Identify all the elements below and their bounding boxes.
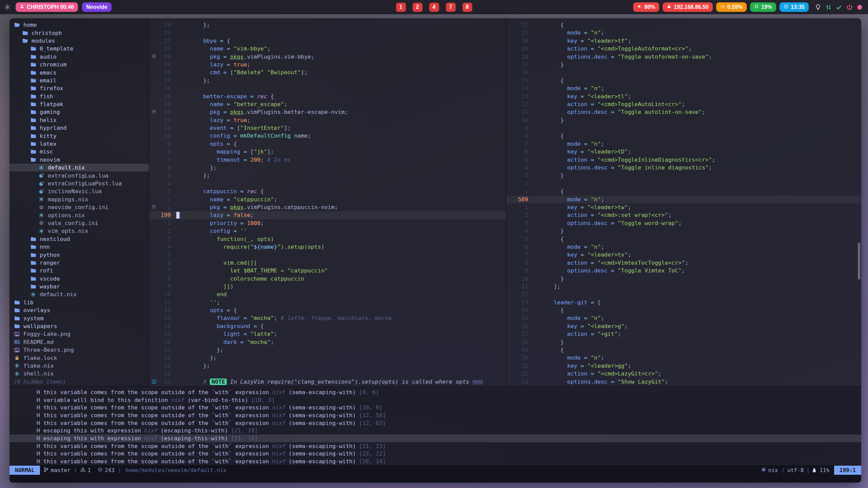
tree-item[interactable]: flatpak — [9, 100, 149, 108]
code-line[interactable]: 21 # NOTE In LazyVim require("clang_exte… — [149, 378, 506, 386]
tree-item[interactable]: nextcloud — [9, 235, 149, 243]
user-session-badge[interactable]: CHRISTOPH 00:46 — [16, 2, 78, 12]
quickfix-item[interactable]: Hescaping this with expressionnixf(escap… — [9, 427, 861, 434]
code-line[interactable]: 9 options.desc = "Toggle Vimtex ToC"; — [506, 267, 861, 274]
code-line[interactable]: 15 light = "latte"; — [149, 330, 506, 338]
code-line[interactable]: 1 priority = 1000; — [149, 219, 506, 227]
tree-item[interactable]: chromium — [9, 61, 149, 68]
code-line[interactable]: 11 options.desc = "Toggle autolint-on-sa… — [506, 108, 861, 116]
code-line[interactable]: 2 config = '' — [149, 227, 506, 235]
code-line[interactable]: 6 }; — [149, 164, 506, 171]
clock-badge[interactable]: 13:35 — [780, 2, 809, 12]
code-line[interactable]: 19 lazy = true; — [149, 61, 506, 68]
code-line[interactable]: 12 — [506, 290, 861, 298]
code-line[interactable]: 12 opts = { — [149, 306, 506, 314]
tree-item[interactable]: home — [9, 21, 149, 29]
app-badge-neovide[interactable]: Neovide — [82, 2, 111, 12]
code-line[interactable]: 3 } — [506, 171, 861, 179]
tree-item[interactable]: gaming — [9, 108, 149, 116]
code-line[interactable]: 6 mode = "n"; — [506, 243, 861, 251]
code-line[interactable]: 4 require("${name}").setup(opts) — [149, 243, 506, 251]
code-line[interactable]: 22 action = "<cmd>LazyGit<cr>"; — [506, 370, 861, 378]
code-line[interactable]: 1 { — [506, 187, 861, 195]
tree-item[interactable]: lib — [9, 299, 149, 306]
workspace-button[interactable]: 7 — [446, 3, 456, 12]
code-line[interactable]: 11 event = ["InsertEnter"]; — [149, 124, 506, 132]
code-line[interactable]: 3 function(_, opts) — [149, 235, 506, 243]
code-line[interactable]: H13 pkg = pkgs.vimPlugins.better-escape-… — [149, 108, 506, 116]
code-line[interactable]: 13 leader-git = [ — [506, 299, 861, 306]
tree-item[interactable]: mappings.nix — [9, 196, 149, 203]
tree-item[interactable]: hyprland — [9, 124, 149, 132]
code-line[interactable]: 9 ]]) — [149, 283, 506, 290]
tree-item[interactable]: extraConfigLuaPost.lua — [9, 180, 149, 187]
code-line[interactable]: 17 }; — [149, 346, 506, 354]
code-line[interactable]: 8 action = "<cmd>VimtexTocToggle<cr>"; — [506, 259, 861, 267]
code-line[interactable]: 7 timeout = 200; # In ms — [149, 156, 506, 164]
quickfix-item[interactable]: Hthis variable comes from the scope outs… — [9, 458, 861, 465]
code-line[interactable]: 9 — [506, 124, 861, 132]
lightbulb-icon[interactable] — [815, 4, 821, 11]
code-line[interactable]: 18 }; — [149, 354, 506, 362]
workspace-button[interactable]: 4 — [429, 3, 439, 12]
code-line[interactable]: 16 — [149, 84, 506, 92]
code-line[interactable]: 21 name = "vim-bbye"; — [149, 45, 506, 53]
quickfix-item[interactable]: Hthis variable comes from the scope outs… — [9, 388, 861, 396]
code-line[interactable]: 7 let $BAT_THEME = "catppuccin" — [149, 267, 506, 274]
code-line[interactable]: 20 key = "<leader>tf"; — [506, 37, 861, 45]
tree-item[interactable]: flake.nix — [9, 362, 149, 370]
code-line[interactable]: 21 mode = "n"; — [506, 29, 861, 37]
code-line[interactable]: 14 mode = "n"; — [506, 84, 861, 92]
tree-item[interactable]: shell.nix — [9, 370, 149, 378]
code-line[interactable]: 13 flavour = "mocha"; # latte, frappe, m… — [149, 314, 506, 322]
tree-item[interactable]: fish — [9, 93, 149, 100]
workspace-button[interactable]: 1 — [396, 3, 406, 12]
tree-item[interactable]: 0_template — [9, 45, 149, 53]
code-line[interactable]: 15 { — [506, 77, 861, 84]
code-line[interactable]: 14 name = "better_escape"; — [149, 100, 506, 108]
quickfix-item[interactable]: Hthis variable comes from the scope outs… — [9, 411, 861, 419]
code-line[interactable]: 23 — [149, 29, 506, 37]
code-line[interactable]: H20 pkg = pkgs.vimPlugins.vim-bbye; — [149, 53, 506, 61]
git-branch[interactable]: master — [40, 467, 74, 474]
tree-item[interactable]: Three-Bears.png — [9, 346, 149, 354]
tree-item[interactable]: latex — [9, 140, 149, 148]
code-line[interactable]: 13 key = "<leader>tl"; — [506, 93, 861, 100]
tree-item[interactable]: vscode — [9, 275, 149, 283]
tree-item[interactable]: vale_config.ini — [9, 219, 149, 227]
code-line[interactable]: 5 — [149, 251, 506, 259]
tree-item[interactable]: kitty — [9, 132, 149, 140]
quickfix-item[interactable]: Hvariable will bind to this definitionni… — [9, 396, 861, 404]
tree-item[interactable]: waybar — [9, 283, 149, 290]
code-line[interactable]: 11 ]; — [506, 283, 861, 290]
tree-item[interactable]: audio — [9, 53, 149, 61]
tree-item[interactable]: default.nix — [9, 164, 149, 171]
code-line[interactable]: 16 key = "<leader>g"; — [506, 322, 861, 330]
code-line[interactable]: 7 mode = "n"; — [506, 140, 861, 148]
code-line[interactable]: 6 key = "<leader>tD"; — [506, 148, 861, 156]
code-line[interactable]: 3 options.desc = "Toggle word-wrap"; — [506, 219, 861, 227]
code-line[interactable]: 2 action = "<cmd>:set wrap!<cr>"; — [506, 211, 861, 219]
quickfix-item[interactable]: Hthis variable comes from the scope outs… — [9, 419, 861, 427]
code-line[interactable]: 3 catppuccin = rec { — [149, 187, 506, 195]
diagnostic-hints[interactable]: 243 — [94, 467, 118, 473]
code-line[interactable]: 5 action = "<cmd>ToggleInlineDiagnostics… — [506, 156, 861, 164]
tree-item[interactable]: README.md — [9, 338, 149, 346]
tree-item[interactable]: nnn — [9, 243, 149, 251]
tree-item[interactable]: Foggy-Lake.png — [9, 330, 149, 338]
quickfix-item[interactable]: Hescaping this with expressionnixf(escap… — [9, 434, 861, 442]
memory-usage-badge[interactable]: 19% — [750, 2, 776, 12]
workspace-button[interactable]: 2 — [412, 3, 422, 12]
code-line[interactable]: 16 — [506, 68, 861, 76]
code-line[interactable]: 2 name = "catppuccin"; — [149, 196, 506, 203]
tree-item[interactable]: modules — [9, 37, 149, 45]
quickfix-item[interactable]: Hthis variable comes from the scope outs… — [9, 442, 861, 450]
code-line[interactable]: 15 better-escape = rec { — [149, 93, 506, 100]
code-line[interactable]: 19 { — [506, 346, 861, 354]
code-line[interactable]: 6 vim.cmd([[ — [149, 259, 506, 267]
code-line[interactable]: 9 opts = { — [149, 140, 506, 148]
code-line[interactable]: 10 } — [506, 116, 861, 124]
code-line[interactable]: 5 }; — [149, 171, 506, 179]
code-line[interactable]: 19 action = "<cmd>ToggleAutoformat<cr>"; — [506, 45, 861, 53]
tree-item[interactable]: christoph — [9, 29, 149, 37]
